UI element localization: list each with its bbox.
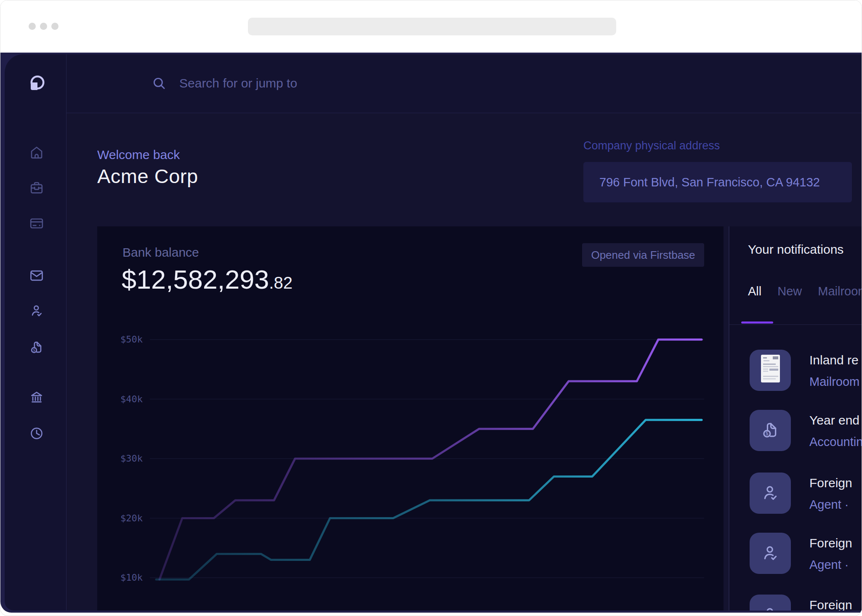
credit-card-icon[interactable] bbox=[29, 216, 44, 231]
window-control-dot-1[interactable] bbox=[29, 23, 36, 30]
greeting-text: Welcome back bbox=[97, 148, 180, 162]
sidebar: $ bbox=[5, 54, 67, 611]
bank-balance-card: Bank balance $12,582,293.82 Opened via F… bbox=[97, 226, 724, 611]
window-control-dot-3[interactable] bbox=[51, 23, 59, 30]
firstbase-logo-icon[interactable] bbox=[28, 75, 46, 93]
tab-all[interactable]: All bbox=[748, 284, 761, 298]
address-label: Company physical address bbox=[583, 139, 720, 152]
agent-check-icon[interactable] bbox=[29, 303, 44, 319]
bank-icon[interactable] bbox=[29, 390, 44, 405]
panel-divider bbox=[729, 324, 862, 325]
notification-title: Foreign bbox=[809, 536, 852, 550]
topbar bbox=[67, 54, 862, 113]
tax-document-icon[interactable]: $ bbox=[29, 340, 44, 355]
search-icon bbox=[152, 76, 166, 90]
notification-subtitle: Agent · bbox=[809, 498, 849, 512]
svg-text:$: $ bbox=[766, 431, 769, 437]
svg-text:$: $ bbox=[33, 348, 35, 352]
chart-y-tick-label: $20k bbox=[120, 513, 146, 523]
chart-y-tick-label: $30k bbox=[120, 453, 146, 464]
chart-y-tick-label: $50k bbox=[120, 334, 146, 345]
tab-mailroom[interactable]: Mailroom bbox=[818, 284, 862, 298]
notification-item[interactable]: Foreign bbox=[729, 595, 862, 611]
notification-item[interactable]: Foreign Agent · bbox=[729, 533, 862, 587]
browser-titlebar bbox=[0, 0, 862, 53]
notification-title: Year end bbox=[809, 413, 859, 427]
briefcase-icon[interactable] bbox=[29, 180, 44, 195]
notification-item[interactable]: Foreign Agent · bbox=[729, 473, 862, 526]
notification-subtitle: Agent · bbox=[809, 558, 849, 572]
notification-title: Foreign bbox=[809, 476, 852, 490]
company-address-value: 796 Font Blvd, San Francisco, CA 94132 bbox=[599, 162, 820, 202]
balance-chart bbox=[97, 226, 724, 611]
company-address-field[interactable]: 796 Font Blvd, San Francisco, CA 94132 bbox=[583, 162, 852, 202]
agent-check-icon bbox=[750, 533, 791, 574]
notifications-tabs: All New Mailroom bbox=[748, 284, 862, 298]
app-window: $ bbox=[0, 53, 862, 613]
notification-item[interactable]: Inland re Mailroom bbox=[729, 350, 862, 404]
notification-title: Inland re bbox=[809, 353, 859, 367]
company-name: Acme Corp bbox=[97, 165, 198, 188]
window-control-dot-2[interactable] bbox=[40, 23, 47, 30]
url-bar[interactable] bbox=[248, 18, 616, 35]
chart-y-tick-label: $10k bbox=[120, 572, 146, 583]
active-tab-indicator bbox=[741, 321, 773, 324]
home-icon[interactable] bbox=[29, 145, 44, 160]
mail-icon[interactable] bbox=[29, 268, 44, 283]
chart-y-tick-label: $40k bbox=[120, 394, 146, 404]
search-input[interactable] bbox=[179, 71, 558, 96]
notification-item[interactable]: $ Year end Accounting bbox=[729, 410, 862, 464]
balance-purple bbox=[160, 340, 702, 579]
agent-check-icon bbox=[750, 595, 791, 611]
notifications-panel: Your notifications All New Mailroom bbox=[729, 226, 862, 611]
notifications-title: Your notifications bbox=[748, 242, 843, 257]
notification-title: Foreign bbox=[809, 598, 852, 611]
agent-check-icon bbox=[750, 473, 791, 514]
tab-new[interactable]: New bbox=[777, 284, 802, 298]
app-surface: $ bbox=[5, 54, 862, 611]
letter-thumbnail-icon bbox=[750, 350, 791, 391]
tax-document-icon: $ bbox=[750, 410, 791, 451]
history-clock-icon[interactable] bbox=[29, 426, 44, 441]
notification-subtitle: Accounting bbox=[809, 435, 862, 449]
browser-window: $ bbox=[0, 0, 862, 616]
notification-subtitle: Mailroom bbox=[809, 375, 859, 389]
